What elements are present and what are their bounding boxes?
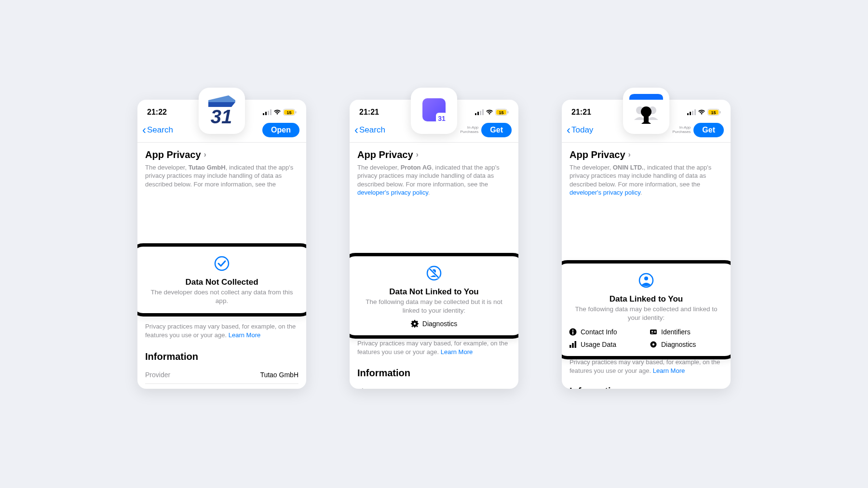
- information-header: Information: [357, 368, 511, 379]
- app-privacy-header[interactable]: App Privacy ›: [357, 149, 511, 160]
- svg-rect-5: [296, 111, 297, 113]
- svg-rect-24: [414, 320, 415, 321]
- app-privacy-title: App Privacy: [570, 149, 625, 160]
- svg-text:31: 31: [438, 115, 446, 122]
- privacy-policy-link[interactable]: developer's privacy policy: [357, 189, 428, 196]
- signal-icon: [475, 109, 484, 115]
- svg-point-56: [652, 343, 654, 345]
- phone-card-2: 21:21 15 ‹ Search In-App Purchases Get A…: [350, 100, 518, 389]
- tag-diagnostics: Diagnostics: [650, 341, 723, 348]
- privacy-callout: Data Linked to You The following data ma…: [562, 260, 731, 359]
- iap-label: In-App Purchases: [461, 126, 479, 134]
- learn-more-link[interactable]: Learn More: [441, 348, 473, 356]
- svg-rect-2: [268, 111, 269, 115]
- privacy-footnote: Privacy practices may vary based, for ex…: [562, 358, 731, 375]
- back-label: Search: [359, 125, 385, 135]
- svg-rect-3: [270, 109, 271, 115]
- svg-rect-52: [570, 345, 571, 348]
- callout-body: The developer does not collect any data …: [145, 288, 299, 305]
- chevron-left-icon: ‹: [354, 124, 358, 136]
- proton-calendar-icon: 31: [418, 94, 450, 127]
- information-header: Information: [145, 351, 298, 362]
- info-row-size[interactable]: Size130.5 MB: [357, 382, 511, 389]
- learn-more-link[interactable]: Learn More: [653, 367, 685, 374]
- wifi-icon: [273, 109, 281, 115]
- tuta-calendar-icon: 31: [204, 93, 239, 128]
- chart-bar-icon: [569, 341, 577, 348]
- info-row-size[interactable]: Size26.3 MB: [145, 384, 298, 389]
- privacy-description: The developer, Tutao GmbH, indicated tha…: [145, 163, 298, 189]
- person-slash-circle-icon: [426, 265, 442, 281]
- svg-point-23: [414, 323, 416, 325]
- back-button[interactable]: ‹ Search: [142, 124, 173, 136]
- chevron-left-icon: ‹: [142, 124, 146, 136]
- svg-text:15: 15: [711, 110, 716, 115]
- app-privacy-header[interactable]: App Privacy ›: [570, 149, 723, 160]
- back-label: Search: [147, 125, 173, 135]
- svg-rect-61: [644, 115, 649, 122]
- battery-icon: 15: [283, 109, 297, 116]
- status-time: 21:21: [571, 108, 591, 117]
- chevron-left-icon: ‹: [567, 124, 570, 136]
- chevron-right-icon: ›: [416, 150, 419, 159]
- app-privacy-header[interactable]: App Privacy ›: [145, 149, 298, 160]
- tag-usage-data: Usage Data: [569, 341, 643, 348]
- onin-icon: [625, 90, 667, 132]
- gear-icon: [650, 341, 657, 348]
- svg-point-8: [215, 257, 229, 270]
- svg-text:31: 31: [211, 106, 232, 127]
- privacy-policy-link[interactable]: developer's privacy policy: [570, 189, 640, 196]
- status-time: 21:21: [359, 108, 379, 117]
- battery-icon: 15: [495, 109, 509, 116]
- checkmark-circle-icon: [214, 255, 230, 272]
- svg-rect-46: [572, 331, 573, 334]
- app-privacy-title: App Privacy: [145, 149, 201, 160]
- svg-point-49: [651, 330, 653, 332]
- back-button[interactable]: ‹ Today: [567, 124, 593, 136]
- tag-diagnostics: Diagnostics: [411, 320, 457, 328]
- wifi-icon: [486, 109, 493, 115]
- callout-title: Data Not Linked to You: [357, 287, 511, 297]
- svg-rect-54: [575, 341, 577, 348]
- back-button[interactable]: ‹ Search: [354, 124, 385, 136]
- iap-label: In-App Purchases: [673, 126, 691, 134]
- callout-title: Data Linked to You: [569, 294, 723, 304]
- svg-rect-11: [477, 112, 479, 115]
- svg-rect-50: [654, 331, 656, 331]
- svg-rect-37: [692, 111, 693, 115]
- id-card-icon: [650, 328, 657, 336]
- svg-text:15: 15: [499, 110, 503, 115]
- svg-rect-1: [265, 112, 267, 115]
- open-button[interactable]: Open: [262, 123, 299, 137]
- signal-icon: [687, 109, 696, 115]
- svg-rect-15: [508, 111, 509, 113]
- get-button[interactable]: Get: [693, 123, 724, 137]
- signal-icon: [263, 109, 271, 115]
- svg-rect-51: [654, 332, 656, 332]
- callout-body: The following data may be collected and …: [569, 305, 723, 322]
- learn-more-link[interactable]: Learn More: [229, 331, 260, 339]
- chevron-right-icon: ›: [628, 150, 631, 159]
- info-row-provider[interactable]: ProviderTutao GmbH: [145, 366, 298, 384]
- phone-card-3: 21:21 15 ‹ Today In-App Purchases Get Ap…: [562, 100, 731, 389]
- callout-body: The following data may be collected but …: [357, 298, 511, 315]
- svg-rect-35: [687, 113, 689, 115]
- svg-rect-53: [572, 343, 574, 348]
- tag-contact-info: Contact Info: [569, 328, 643, 336]
- information-section: Information ProviderTutao GmbH Size26.3 …: [145, 351, 298, 389]
- svg-point-47: [572, 330, 574, 331]
- battery-icon: 15: [707, 109, 721, 116]
- privacy-description: The developer, Proton AG, indicated that…: [357, 163, 511, 197]
- back-label: Today: [571, 125, 593, 135]
- privacy-footnote: Privacy practices may vary based, for ex…: [137, 322, 306, 340]
- chevron-right-icon: ›: [204, 150, 206, 159]
- svg-rect-38: [694, 109, 696, 115]
- svg-rect-27: [417, 323, 419, 324]
- gear-icon: [411, 320, 419, 328]
- status-time: 21:22: [147, 108, 167, 117]
- status-icons: 15: [687, 109, 721, 116]
- svg-text:15: 15: [286, 110, 291, 115]
- svg-rect-12: [480, 111, 481, 115]
- status-icons: 15: [475, 109, 509, 116]
- get-button[interactable]: Get: [481, 123, 512, 137]
